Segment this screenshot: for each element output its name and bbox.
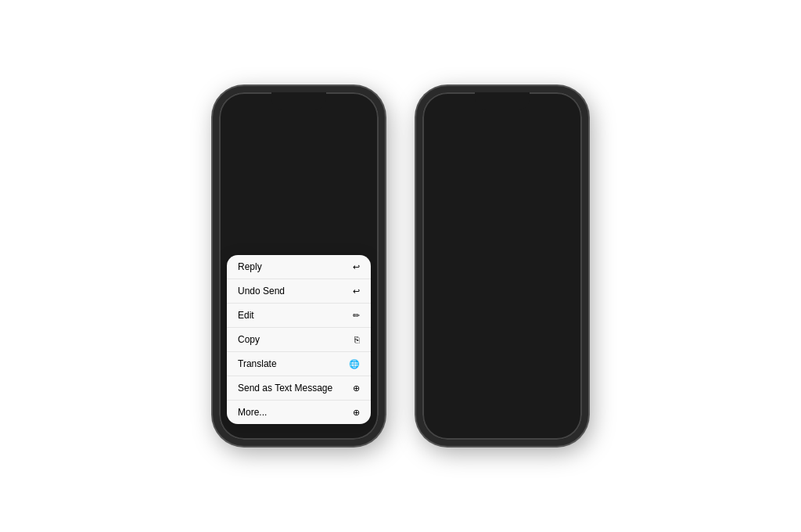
signal-left <box>340 98 350 106</box>
delivered-text: Delivered <box>551 260 574 265</box>
key-9[interactable]: 9 <box>551 318 563 340</box>
return-key[interactable]: return <box>542 395 579 417</box>
clear-input-button[interactable]: ✕ <box>463 278 474 289</box>
menu-item-edit[interactable]: Edit ✏ <box>227 304 371 328</box>
svg-rect-13 <box>556 99 566 103</box>
key-semicolon[interactable]: ; <box>472 343 485 365</box>
key-colon[interactable]: : <box>457 343 469 365</box>
autocorrect-bar: "Test 2" test Test <box>422 296 582 315</box>
key-1[interactable]: 1 <box>426 318 438 340</box>
backspace-key[interactable]: ⌫ <box>556 369 579 391</box>
autocorrect-quoted: "Test 2" <box>440 300 466 309</box>
sos-right: SOS <box>530 99 541 105</box>
menu-label-translate: Translate <box>238 358 277 369</box>
key-comma[interactable]: , <box>476 369 491 391</box>
key-quote[interactable]: " <box>566 343 579 365</box>
key-lparen[interactable]: ( <box>488 343 501 365</box>
date-new: Sat, May 28 at 10:53 AM <box>430 202 574 209</box>
key-7[interactable]: 7 <box>519 318 532 340</box>
menu-item-copy[interactable]: Copy ⎘ <box>227 328 371 352</box>
key-dash[interactable]: - <box>426 343 438 365</box>
svg-rect-9 <box>548 99 550 105</box>
svg-rect-7 <box>544 102 545 105</box>
key-4[interactable]: 4 <box>472 318 485 340</box>
react-question[interactable]: ? <box>260 223 266 235</box>
svg-rect-3 <box>347 98 349 105</box>
react-exclaim[interactable]: !! <box>240 223 246 235</box>
copy-icon: ⎘ <box>354 335 360 344</box>
key-8[interactable]: 8 <box>535 318 548 340</box>
input-field[interactable]: ✕ Test 2 <box>456 274 557 293</box>
key-ampersand[interactable]: & <box>535 343 548 365</box>
svg-rect-2 <box>345 99 347 105</box>
emoji-keyboard-icon[interactable]: 🙂 <box>430 420 446 435</box>
status-icons-right: SOS <box>530 97 569 106</box>
key-2[interactable]: 2 <box>441 318 454 340</box>
send-button[interactable]: ✓ <box>560 275 577 292</box>
key-slash[interactable]: / <box>441 343 454 365</box>
keyboard-area: "Test 2" test Test 1 2 3 4 5 6 7 8 9 0 <box>422 296 582 440</box>
kb-row-numbers: 1 2 3 4 5 6 7 8 9 0 <box>426 318 579 340</box>
input-bar: 📷 ⊕ ✕ Test 2 ✓ <box>422 270 582 296</box>
menu-item-undo[interactable]: Undo Send ↩ <box>227 279 371 304</box>
app-store-icon[interactable]: ⊕ <box>444 277 453 289</box>
svg-rect-10 <box>551 98 552 105</box>
menu-item-send-text[interactable]: Send as Text Message ⊕ <box>227 376 371 401</box>
kb-row-bottom: ABC space return <box>426 395 579 417</box>
phone-screen-left: 5:30 SOS 🟡🟡 ♥ <box>219 92 379 440</box>
left-phone: 5:30 SOS 🟡🟡 ♥ <box>213 86 385 446</box>
send-icon: ✓ <box>566 279 573 289</box>
key-5[interactable]: 5 <box>488 318 501 340</box>
autocorrect-suggestion-1[interactable]: "Test 2" <box>429 298 478 311</box>
key-question[interactable]: ? <box>494 369 509 391</box>
avatar[interactable]: ES <box>488 111 516 139</box>
time-left: 5:30 <box>232 98 247 106</box>
svg-rect-12 <box>568 100 569 102</box>
battery-right <box>555 97 569 106</box>
key-rparen[interactable]: ) <box>504 343 516 365</box>
menu-item-reply[interactable]: Reply ↩ <box>227 255 371 279</box>
key-0[interactable]: 0 <box>566 318 579 340</box>
contact-chevron-icon[interactable]: › <box>501 141 504 148</box>
sent-bubble-wrapper: Test 2 Delivered <box>430 239 574 265</box>
undo-icon: ↩ <box>353 286 360 297</box>
menu-item-more[interactable]: More... ⊕ <box>227 401 371 424</box>
autocorrect-suggestion-2[interactable]: test <box>478 298 527 311</box>
kb-row-symbols: - / : ; ( ) $ & @ " <box>426 343 579 365</box>
emoji-message: 🤗😏 <box>430 175 574 196</box>
edit-icon: ✏ <box>353 311 360 321</box>
key-exclaim[interactable]: ! <box>513 369 528 391</box>
svg-rect-8 <box>546 101 548 105</box>
autocorrect-suggestion-3[interactable]: Test <box>527 298 576 311</box>
menu-item-translate[interactable]: Translate 🌐 <box>227 352 371 376</box>
menu-label-reply: Reply <box>238 261 262 272</box>
date-today: Today 5:30 PM <box>430 229 574 236</box>
input-text[interactable]: Test 2 <box>477 279 550 288</box>
key-3[interactable]: 3 <box>457 318 469 340</box>
reply-icon: ↩ <box>353 262 360 272</box>
space-key[interactable]: space <box>465 395 539 417</box>
key-period[interactable]: . <box>458 369 473 391</box>
key-dollar[interactable]: $ <box>519 343 532 365</box>
camera-icon[interactable]: 📷 <box>427 277 440 289</box>
key-at[interactable]: @ <box>551 343 563 365</box>
key-hashplus[interactable]: #+= <box>426 369 448 391</box>
sent-message-text: Test 2 <box>542 244 565 253</box>
menu-label-undo: Undo Send <box>238 286 285 297</box>
svg-rect-6 <box>353 99 362 103</box>
menu-label-send-text: Send as Text Message <box>238 383 332 394</box>
svg-rect-5 <box>365 100 366 102</box>
keyboard-rows: 1 2 3 4 5 6 7 8 9 0 - / : ; ( ) <box>422 315 582 419</box>
menu-label-copy: Copy <box>238 334 260 345</box>
key-6[interactable]: 6 <box>504 318 516 340</box>
messages-area: Thu, Jan 27 at 3:49 PM 🤗😏 Sat, May 28 at… <box>422 154 582 270</box>
emoji-bar-bottom: 🙂 <box>422 419 582 440</box>
signal-right <box>544 98 553 106</box>
react-haha[interactable]: HAHA <box>219 222 227 236</box>
key-abc[interactable]: ABC <box>426 395 462 417</box>
menu-label-edit: Edit <box>238 310 254 321</box>
key-apostrophe[interactable]: ' <box>531 369 546 391</box>
svg-rect-1 <box>343 101 344 105</box>
kb-row-special: #+= . , ? ! ' ⌫ <box>426 369 579 391</box>
status-icons-left: SOS <box>326 97 366 106</box>
